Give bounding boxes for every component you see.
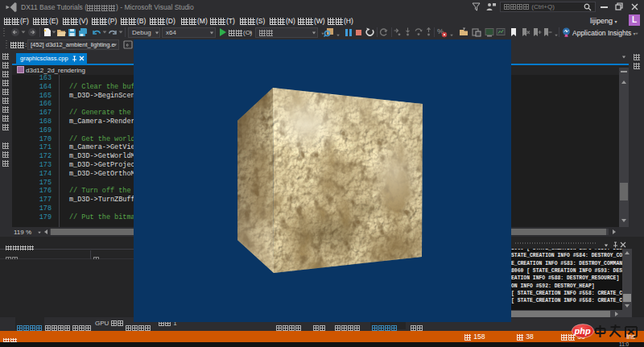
svg-text:php: php [574,326,591,336]
